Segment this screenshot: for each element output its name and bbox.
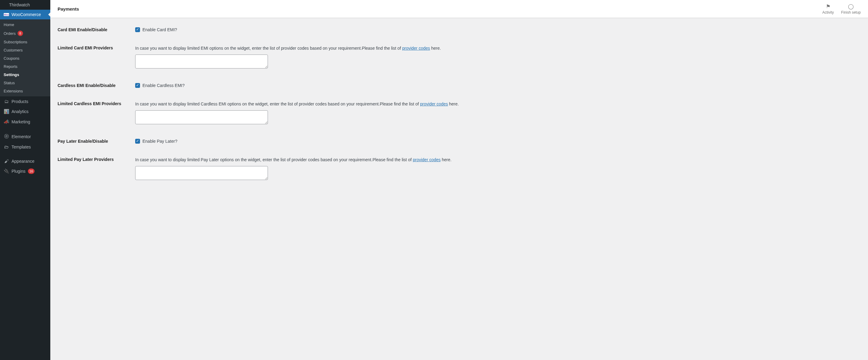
flag-icon: ⚑ bbox=[826, 3, 830, 10]
sidebar-item-analytics[interactable]: 📊 Analytics bbox=[0, 106, 50, 117]
templates-icon: 🗁 bbox=[4, 144, 9, 150]
row-limited-pay-later: Limited Pay Later Providers In case you … bbox=[58, 157, 861, 182]
textarea-limited-card-emi[interactable] bbox=[135, 55, 268, 68]
plugins-badge: 16 bbox=[28, 168, 35, 174]
label-pay-later-enable: Pay Later Enable/Disable bbox=[58, 138, 128, 144]
sidebar-item-label: Thirdwatch bbox=[9, 2, 30, 7]
finish-setup-button[interactable]: ◯ Finish setup bbox=[841, 3, 861, 14]
plugins-icon: 🔌 bbox=[4, 168, 9, 174]
desc-limited-card-pre: In case you want to display limited EMI … bbox=[135, 46, 402, 51]
sidebar-submenu: Home Orders 8 Subscriptions Customers Co… bbox=[0, 20, 50, 96]
sidebar-item-products[interactable]: 🗂 Products bbox=[0, 96, 50, 106]
sidebar-sub-reports[interactable]: Reports bbox=[0, 62, 50, 71]
desc-limited-paylater-post: here. bbox=[441, 157, 452, 162]
topbar: Payments ⚑ Activity ◯ Finish setup bbox=[50, 0, 868, 18]
sidebar-item-woocommerce[interactable]: Woo WooCommerce bbox=[0, 10, 50, 20]
sidebar-sub-settings[interactable]: Settings bbox=[0, 71, 50, 79]
appearance-icon: 🖌 bbox=[4, 159, 9, 164]
row-card-emi-enable: Card EMI Enable/Disable Enable Card EMI? bbox=[58, 27, 861, 33]
desc-limited-cardless-post: here. bbox=[448, 101, 459, 106]
link-provider-codes-paylater[interactable]: provider codes bbox=[413, 157, 441, 162]
page-title: Payments bbox=[58, 6, 822, 11]
checkbox-card-emi[interactable] bbox=[135, 27, 140, 32]
sidebar-item-templates[interactable]: 🗁 Templates bbox=[0, 142, 50, 152]
row-limited-card-emi: Limited Card EMI Providers In case you w… bbox=[58, 45, 861, 71]
textarea-limited-cardless-emi[interactable] bbox=[135, 110, 268, 124]
label-limited-cardless-emi: Limited Cardless EMI Providers bbox=[58, 101, 128, 107]
elementor-icon: ⓔ bbox=[4, 134, 9, 139]
marketing-icon: 📣 bbox=[4, 119, 9, 125]
label-limited-pay-later: Limited Pay Later Providers bbox=[58, 157, 128, 163]
desc-limited-card-post: here. bbox=[430, 46, 441, 51]
link-provider-codes-cardless[interactable]: provider codes bbox=[420, 101, 448, 106]
desc-limited-paylater-pre: In case you want to display limited Pay … bbox=[135, 157, 413, 162]
sidebar-sub-extensions[interactable]: Extensions bbox=[0, 87, 50, 95]
row-cardless-emi-enable: Cardless EMI Enable/Disable Enable Cardl… bbox=[58, 83, 861, 89]
textarea-limited-pay-later[interactable] bbox=[135, 166, 268, 180]
checkbox-pay-later[interactable] bbox=[135, 139, 140, 144]
sidebar-item-plugins[interactable]: 🔌 Plugins 16 bbox=[0, 166, 50, 176]
sidebar-sub-orders[interactable]: Orders 8 bbox=[0, 29, 50, 38]
activity-button[interactable]: ⚑ Activity bbox=[822, 3, 834, 14]
main-panel: Payments ⚑ Activity ◯ Finish setup Card … bbox=[50, 0, 868, 360]
sidebar-item-appearance[interactable]: 🖌 Appearance bbox=[0, 156, 50, 166]
link-provider-codes-card[interactable]: provider codes bbox=[402, 46, 430, 51]
label-cardless-emi-enable: Cardless EMI Enable/Disable bbox=[58, 83, 128, 89]
desc-limited-cardless-pre: In case you want to display limited Card… bbox=[135, 101, 420, 106]
sidebar-sub-home[interactable]: Home bbox=[0, 21, 50, 29]
row-limited-cardless-emi: Limited Cardless EMI Providers In case y… bbox=[58, 101, 861, 126]
row-pay-later-enable: Pay Later Enable/Disable Enable Pay Late… bbox=[58, 138, 861, 144]
woocommerce-icon: Woo bbox=[4, 13, 9, 16]
checkbox-card-emi-label: Enable Card EMI? bbox=[143, 27, 177, 32]
sidebar-item-label: WooCommerce bbox=[11, 12, 41, 17]
sidebar-sub-coupons[interactable]: Coupons bbox=[0, 54, 50, 62]
checkbox-cardless-emi[interactable] bbox=[135, 83, 140, 88]
products-icon: 🗂 bbox=[4, 99, 9, 104]
sidebar-sub-subscriptions[interactable]: Subscriptions bbox=[0, 38, 50, 46]
admin-sidebar: Thirdwatch Woo WooCommerce Home Orders 8… bbox=[0, 0, 50, 360]
settings-form: Card EMI Enable/Disable Enable Card EMI?… bbox=[50, 18, 868, 199]
sidebar-sub-customers[interactable]: Customers bbox=[0, 46, 50, 54]
analytics-icon: 📊 bbox=[4, 109, 9, 114]
label-limited-card-emi: Limited Card EMI Providers bbox=[58, 45, 128, 51]
topbar-actions: ⚑ Activity ◯ Finish setup bbox=[822, 3, 861, 14]
sidebar-sub-status[interactable]: Status bbox=[0, 79, 50, 87]
checkbox-cardless-emi-label: Enable Cardless EMI? bbox=[143, 83, 185, 88]
checkbox-pay-later-label: Enable Pay Later? bbox=[143, 138, 177, 144]
sidebar-item-elementor[interactable]: ⓔ Elementor bbox=[0, 131, 50, 142]
circle-icon: ◯ bbox=[848, 3, 854, 10]
sidebar-item-thirdwatch[interactable]: Thirdwatch bbox=[0, 0, 50, 10]
orders-badge: 8 bbox=[18, 31, 23, 36]
sidebar-item-marketing[interactable]: 📣 Marketing bbox=[0, 117, 50, 127]
label-card-emi-enable: Card EMI Enable/Disable bbox=[58, 27, 128, 33]
